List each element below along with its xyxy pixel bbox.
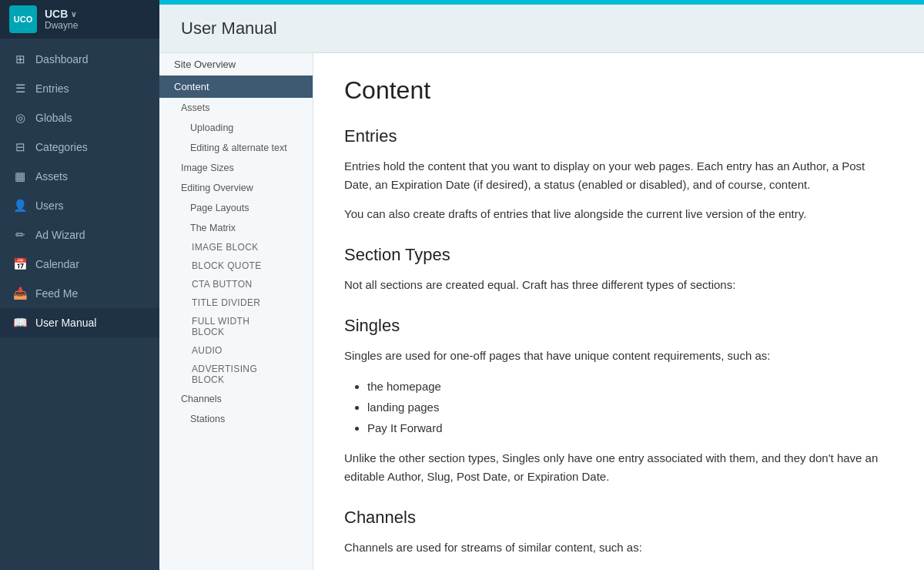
toc-item-content[interactable]: Content — [159, 75, 313, 98]
toc-item-block-quote[interactable]: BLOCK QUOTE — [159, 256, 313, 275]
toc-item-title-divider[interactable]: TITLE DIVIDER — [159, 293, 313, 312]
doc-para: You can also create drafts of entries th… — [344, 205, 893, 223]
doc-para: Not all sections are created equal. Craf… — [344, 276, 893, 294]
list-item: landing pages — [367, 397, 893, 417]
dashboard-icon: ⊞ — [12, 52, 28, 67]
doc-title: Content — [344, 76, 893, 105]
doc-heading-section-types: Section Types — [344, 245, 893, 265]
toc-item-image-block[interactable]: IMAGE BLOCK — [159, 238, 313, 256]
toc-item-site-overview[interactable]: Site Overview — [159, 53, 313, 75]
toc-item-editing-overview[interactable]: Editing Overview — [159, 178, 313, 198]
toc-item-audio[interactable]: AUDIO — [159, 341, 313, 360]
brand-info: UCB ∨ Dwayne — [45, 8, 78, 31]
table-of-contents: Site Overview Content Assets Uploading E… — [159, 53, 313, 570]
doc-para: Entries hold the content that you want t… — [344, 157, 893, 194]
sidebar-username: Dwayne — [45, 20, 78, 31]
toc-item-advertising-block[interactable]: ADVERTISING BLOCK — [159, 360, 313, 389]
calendar-icon: 📅 — [12, 256, 28, 272]
users-icon: 👤 — [12, 198, 28, 213]
content-area: Site Overview Content Assets Uploading E… — [159, 53, 924, 570]
toc-item-assets[interactable]: Assets — [159, 98, 313, 118]
toc-item-stations[interactable]: Stations — [159, 409, 313, 429]
brand-logo: UCO — [9, 5, 37, 33]
toc-item-page-layouts[interactable]: Page Layouts — [159, 198, 313, 218]
doc-para: Channels are used for streams of similar… — [344, 538, 893, 557]
sidebar-item-label: Ad Wizard — [35, 229, 85, 241]
brand-chevron-icon: ∨ — [71, 10, 76, 18]
sidebar-item-label: Assets — [35, 170, 68, 183]
doc-para: Singles are used for one-off pages that … — [344, 347, 893, 365]
sidebar-item-label: Entries — [35, 82, 69, 95]
toc-item-editing-alternate[interactable]: Editing & alternate text — [159, 138, 313, 158]
sidebar-item-assets[interactable]: ▦ Assets — [0, 162, 159, 191]
toc-item-channels[interactable]: Channels — [159, 389, 313, 409]
user-manual-icon: 📖 — [12, 315, 28, 330]
feed-me-icon: 📥 — [12, 286, 28, 301]
doc-content: Content Entries Entries hold the content… — [313, 53, 924, 570]
sidebar-item-label: Users — [35, 200, 64, 212]
brand-name[interactable]: UCB ∨ — [45, 8, 78, 20]
sidebar-item-globals[interactable]: ◎ Globals — [0, 103, 159, 132]
toc-item-cta-button[interactable]: CTA BUTTON — [159, 275, 313, 293]
sidebar-item-calendar[interactable]: 📅 Calendar — [0, 250, 159, 279]
assets-icon: ▦ — [12, 169, 28, 184]
sidebar-item-label: Categories — [35, 141, 88, 153]
doc-heading-channels: Channels — [344, 508, 893, 528]
sidebar-item-user-manual[interactable]: 📖 User Manual — [0, 308, 159, 337]
sidebar-item-dashboard[interactable]: ⊞ Dashboard — [0, 45, 159, 74]
sidebar-item-label: Calendar — [35, 258, 79, 270]
toc-item-uploading[interactable]: Uploading — [159, 118, 313, 138]
sidebar-item-label: Feed Me — [35, 287, 78, 300]
sidebar-item-ad-wizard[interactable]: ✏ Ad Wizard — [0, 220, 159, 250]
doc-para: Unlike the other section types, Singles … — [344, 449, 893, 486]
sidebar-item-label: Globals — [35, 112, 72, 124]
sidebar-item-categories[interactable]: ⊟ Categories — [0, 132, 159, 162]
toc-item-image-sizes[interactable]: Image Sizes — [159, 158, 313, 178]
sidebar-nav: ⊞ Dashboard ☰ Entries ◎ Globals ⊟ Catego… — [0, 39, 159, 570]
doc-heading-entries: Entries — [344, 126, 893, 146]
globals-icon: ◎ — [12, 110, 28, 126]
entries-icon: ☰ — [12, 81, 28, 96]
doc-heading-singles: Singles — [344, 316, 893, 336]
sidebar-item-label: User Manual — [35, 317, 96, 329]
sidebar-item-feed-me[interactable]: 📥 Feed Me — [0, 279, 159, 308]
sidebar-item-users[interactable]: 👤 Users — [0, 191, 159, 220]
toc-item-the-matrix[interactable]: The Matrix — [159, 218, 313, 238]
list-item: the homepage — [367, 376, 893, 397]
sidebar-item-entries[interactable]: ☰ Entries — [0, 74, 159, 103]
sidebar-item-label: Dashboard — [35, 53, 89, 65]
ad-wizard-icon: ✏ — [12, 227, 28, 243]
page-title: User Manual — [181, 18, 902, 39]
page-header: User Manual — [159, 5, 924, 53]
main-area: User Manual Site Overview Content Assets… — [159, 0, 924, 570]
sidebar-header: UCO UCB ∨ Dwayne — [0, 0, 159, 39]
sidebar: UCO UCB ∨ Dwayne ⊞ Dashboard ☰ Entries ◎… — [0, 0, 159, 570]
doc-list-singles: the homepage landing pages Pay It Forwar… — [367, 376, 893, 438]
list-item: Pay It Forward — [367, 417, 893, 438]
toc-item-full-width-block[interactable]: FULL WIDTH BLOCK — [159, 312, 313, 341]
categories-icon: ⊟ — [12, 139, 28, 155]
